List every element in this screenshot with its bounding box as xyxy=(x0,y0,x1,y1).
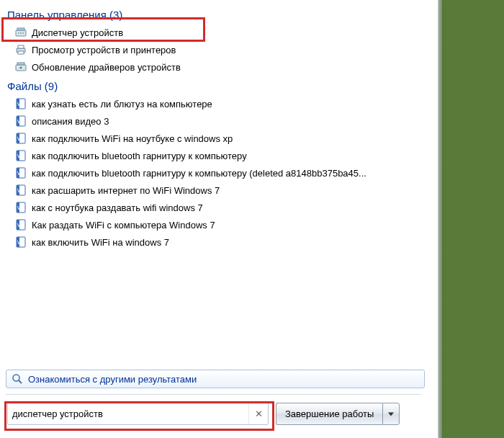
svg-text:W: W xyxy=(17,187,23,194)
search-bar: ✕ xyxy=(7,403,269,425)
word-document-icon: W xyxy=(14,149,27,162)
result-file[interactable]: W как подключить bluetooth гарнитуру к к… xyxy=(0,164,438,182)
svg-rect-1 xyxy=(17,28,24,30)
svg-point-3 xyxy=(20,32,22,34)
result-label: как подключить WiFi на ноутбуке с window… xyxy=(32,133,233,144)
see-more-results[interactable]: Ознакомиться с другими результатами xyxy=(6,370,425,388)
svg-text:W: W xyxy=(17,135,23,142)
result-label: как включить WiFi на windows 7 xyxy=(32,237,169,248)
svg-text:W: W xyxy=(17,170,23,176)
svg-point-37 xyxy=(13,375,19,381)
result-devices-printers[interactable]: Просмотр устройств и принтеров xyxy=(0,41,438,58)
shutdown-button[interactable]: Завершение работы xyxy=(276,403,382,425)
result-label: Просмотр устройств и принтеров xyxy=(32,45,176,55)
result-file[interactable]: W как расшарить интернет по WiFi Windows… xyxy=(0,182,438,199)
control-panel-icon xyxy=(14,26,27,39)
close-icon: ✕ xyxy=(255,408,263,419)
section-header-control-panel: Панель управления (3) xyxy=(0,4,438,24)
svg-text:W: W xyxy=(17,222,23,228)
result-file[interactable]: W как подключить bluetooth гарнитуру к к… xyxy=(0,147,438,164)
result-label: Обновление драйверов устройств xyxy=(32,62,181,73)
result-label: как подключить bluetooth гарнитуру к ком… xyxy=(32,168,366,179)
word-document-icon: W xyxy=(14,115,27,128)
svg-rect-7 xyxy=(18,51,24,54)
separator xyxy=(6,394,420,395)
result-label: Диспетчер устройств xyxy=(32,27,123,38)
result-update-drivers[interactable]: Обновление драйверов устройств xyxy=(0,58,438,76)
svg-point-4 xyxy=(22,32,24,34)
shutdown-menu-button[interactable] xyxy=(382,403,400,425)
word-document-icon: W xyxy=(14,218,27,231)
word-document-icon: W xyxy=(14,97,27,110)
shutdown-label: Завершение работы xyxy=(285,408,374,419)
svg-text:W: W xyxy=(17,153,23,159)
word-document-icon: W xyxy=(14,166,27,179)
control-panel-icon xyxy=(14,61,27,73)
result-file[interactable]: W как узнать есть ли блютуз на компьютер… xyxy=(0,95,438,112)
printer-icon xyxy=(14,43,27,56)
start-menu-search-window: Панель управления (3) Диспетчер устройст… xyxy=(0,0,438,438)
word-document-icon: W xyxy=(14,132,27,145)
word-document-icon: W xyxy=(14,201,27,214)
svg-text:W: W xyxy=(17,239,23,246)
svg-text:W: W xyxy=(17,101,23,107)
svg-point-2 xyxy=(18,32,19,34)
svg-line-38 xyxy=(19,380,22,383)
result-label: как подключить bluetooth гарнитуру к ком… xyxy=(32,151,247,161)
shutdown-group: Завершение работы xyxy=(276,403,400,424)
result-label: Как раздать WiFi с компьютера Windows 7 xyxy=(32,220,215,231)
result-file[interactable]: W как с ноутбука раздавать wifi windows … xyxy=(0,199,438,216)
svg-rect-9 xyxy=(17,63,24,65)
svg-text:W: W xyxy=(17,118,23,125)
word-document-icon: W xyxy=(14,184,27,197)
search-icon xyxy=(11,372,24,385)
result-label: как расшарить интернет по WiFi Windows 7 xyxy=(32,185,220,196)
result-file[interactable]: W Как раздать WiFi с компьютера Windows … xyxy=(0,216,438,233)
clear-search-button[interactable]: ✕ xyxy=(248,403,268,424)
result-device-manager[interactable]: Диспетчер устройств xyxy=(0,24,438,41)
result-file[interactable]: W описания видео 3 xyxy=(0,112,438,130)
see-more-label: Ознакомиться с другими результатами xyxy=(28,374,197,385)
search-results: Панель управления (3) Диспетчер устройст… xyxy=(0,0,438,251)
search-input[interactable] xyxy=(8,408,248,419)
result-file[interactable]: W как включить WiFi на windows 7 xyxy=(0,233,438,251)
result-file[interactable]: W как подключить WiFi на ноутбуке с wind… xyxy=(0,130,438,147)
word-document-icon: W xyxy=(14,236,27,249)
svg-rect-6 xyxy=(18,45,24,48)
section-header-files: Файлы (9) xyxy=(0,76,438,95)
result-label: как узнать есть ли блютуз на компьютере xyxy=(32,99,212,110)
result-label: как с ноутбука раздавать wifi windows 7 xyxy=(32,202,203,213)
svg-text:W: W xyxy=(17,205,23,211)
result-label: описания видео 3 xyxy=(32,116,109,127)
